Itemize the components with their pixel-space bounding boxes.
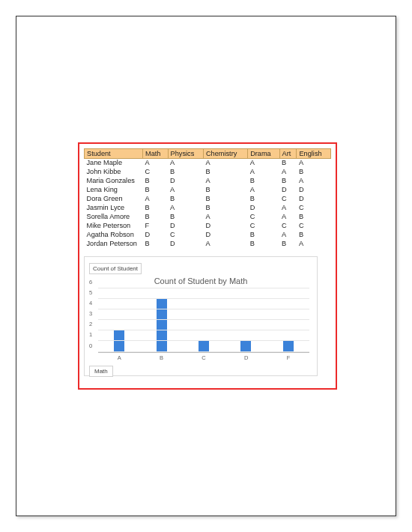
grade-cell: A bbox=[203, 213, 247, 222]
y-tick-label: 6 bbox=[89, 278, 92, 285]
student-name-cell: Jasmin Lyce bbox=[85, 204, 143, 213]
grade-cell: C bbox=[248, 213, 279, 222]
gridline bbox=[98, 340, 309, 341]
gridline bbox=[98, 309, 309, 309]
grade-cell: B bbox=[168, 168, 203, 177]
grade-cell: B bbox=[203, 204, 247, 213]
chart-bar bbox=[157, 299, 167, 352]
grade-cell: D bbox=[168, 177, 203, 186]
grade-cell: D bbox=[203, 222, 247, 231]
table-body: Jane MapleAAAABAJohn KibbeCBBAABMaria Go… bbox=[85, 159, 331, 249]
grade-cell: B bbox=[143, 240, 169, 249]
chart-title: Count of Student by Math bbox=[89, 276, 312, 285]
grade-cell: A bbox=[168, 186, 203, 195]
grade-cell: B bbox=[297, 213, 331, 222]
gridline bbox=[98, 330, 309, 330]
y-tick-label: 4 bbox=[89, 299, 92, 306]
column-header: Physics bbox=[168, 149, 203, 159]
grade-cell: D bbox=[248, 204, 279, 213]
grade-cell: A bbox=[248, 168, 279, 177]
chart-bar bbox=[199, 341, 209, 351]
table-row: Jane MapleAAAABA bbox=[85, 159, 331, 168]
grade-cell: D bbox=[297, 186, 331, 195]
grade-cell: D bbox=[143, 231, 169, 240]
student-name-cell: Jane Maple bbox=[85, 159, 143, 168]
grade-cell: B bbox=[297, 231, 331, 240]
y-tick-label: 5 bbox=[89, 288, 92, 295]
x-tick-label: F bbox=[287, 354, 291, 361]
column-header: Student bbox=[85, 149, 143, 159]
grade-cell: B bbox=[143, 213, 169, 222]
y-tick-label: 1 bbox=[89, 331, 92, 338]
table-row: Mike PetersonFDDCCC bbox=[85, 222, 331, 231]
table-row: Jasmin LyceBABDAC bbox=[85, 204, 331, 213]
document-page: StudentMathPhysicsChemistryDramaArtEngli… bbox=[16, 16, 396, 516]
grade-cell: C bbox=[168, 231, 203, 240]
grade-cell: B bbox=[203, 186, 247, 195]
grade-cell: A bbox=[248, 159, 279, 168]
chart-container: Count of Student Count of Student by Mat… bbox=[84, 256, 318, 376]
column-header: English bbox=[297, 149, 331, 159]
grade-cell: B bbox=[168, 213, 203, 222]
student-name-cell: Sorella Amore bbox=[85, 213, 143, 222]
x-tick-label: D bbox=[244, 354, 248, 361]
grade-cell: C bbox=[143, 168, 169, 177]
table-row: Agatha RobsonDCDBAB bbox=[85, 231, 331, 240]
grade-cell: B bbox=[203, 168, 247, 177]
grade-cell: A bbox=[279, 168, 297, 177]
grade-cell: C bbox=[279, 222, 297, 231]
grade-cell: B bbox=[279, 159, 297, 168]
grade-cell: A bbox=[248, 186, 279, 195]
table-row: John KibbeCBBAAB bbox=[85, 168, 331, 177]
student-name-cell: Agatha Robson bbox=[85, 231, 143, 240]
grade-cell: A bbox=[203, 159, 247, 168]
grade-cell: D bbox=[297, 195, 331, 204]
grade-cell: B bbox=[143, 177, 169, 186]
grade-cell: B bbox=[297, 168, 331, 177]
grade-cell: D bbox=[168, 240, 203, 249]
chart-axis-pill[interactable]: Math bbox=[89, 366, 113, 377]
chart-plot-area: 0123456 bbox=[98, 288, 309, 353]
grade-cell: A bbox=[279, 231, 297, 240]
grade-cell: A bbox=[297, 240, 331, 249]
x-tick-label: B bbox=[160, 354, 163, 361]
student-name-cell: Lena King bbox=[85, 186, 143, 195]
grade-cell: B bbox=[168, 195, 203, 204]
chart-bar bbox=[240, 341, 251, 351]
student-name-cell: John Kibbe bbox=[85, 168, 143, 177]
grade-cell: B bbox=[279, 240, 297, 249]
chart-x-axis: ABCDF bbox=[98, 354, 309, 361]
grade-cell: B bbox=[143, 186, 169, 195]
table-row: Dora GreenABBBCD bbox=[85, 195, 331, 204]
column-header: Math bbox=[143, 149, 169, 159]
grade-cell: C bbox=[248, 222, 279, 231]
table-row: Sorella AmoreBBACAB bbox=[85, 213, 331, 222]
gridline bbox=[98, 351, 309, 352]
grade-cell: A bbox=[168, 204, 203, 213]
gridline bbox=[98, 288, 309, 288]
gridline bbox=[98, 319, 309, 320]
chart-bar bbox=[283, 341, 294, 351]
grade-cell: C bbox=[279, 195, 297, 204]
y-tick-label: 0 bbox=[89, 342, 92, 348]
student-name-cell: Mike Peterson bbox=[85, 222, 143, 231]
column-header: Drama bbox=[248, 149, 279, 159]
grade-cell: B bbox=[203, 195, 247, 204]
grade-cell: A bbox=[297, 159, 331, 168]
grades-table: StudentMathPhysicsChemistryDramaArtEngli… bbox=[84, 148, 331, 249]
student-name-cell: Dora Green bbox=[85, 195, 143, 204]
column-header: Art bbox=[279, 149, 297, 159]
grade-cell: A bbox=[279, 204, 297, 213]
chart-field-pill[interactable]: Count of Student bbox=[89, 263, 142, 274]
grade-cell: A bbox=[143, 195, 169, 204]
x-tick-label: C bbox=[202, 354, 205, 361]
grade-cell: C bbox=[297, 204, 331, 213]
grade-cell: A bbox=[203, 240, 247, 249]
column-header: Chemistry bbox=[203, 149, 247, 159]
grade-cell: B bbox=[248, 195, 279, 204]
table-header: StudentMathPhysicsChemistryDramaArtEngli… bbox=[85, 149, 331, 159]
grade-cell: A bbox=[203, 177, 247, 186]
grade-cell: A bbox=[143, 159, 169, 168]
grade-cell: B bbox=[279, 177, 297, 186]
grade-cell: B bbox=[248, 240, 279, 249]
